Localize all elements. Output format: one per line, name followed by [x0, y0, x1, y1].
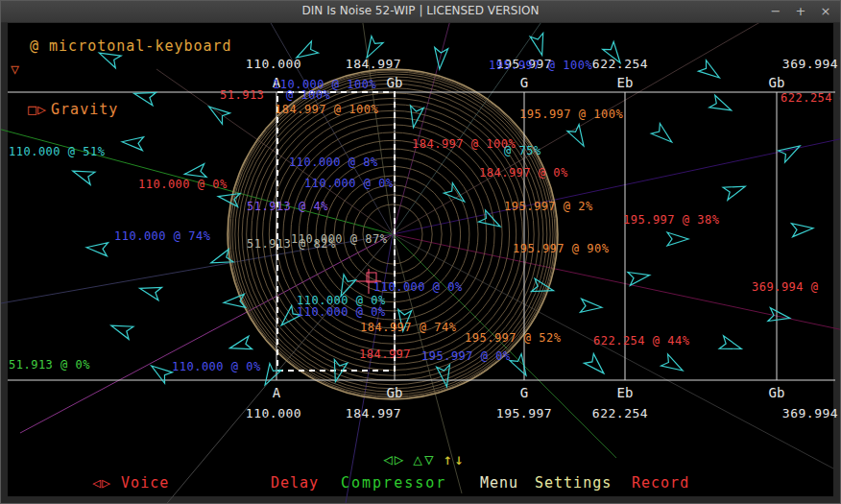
drone-label: 195.997 @ 38% — [623, 213, 719, 227]
drone-label: 195.997 @ 90% — [513, 242, 609, 255]
drone-label: 195.997 @ 100% — [489, 59, 592, 72]
drone-label: 622.254 @ 44% — [593, 334, 689, 348]
gravity-label: Gravity — [51, 101, 118, 118]
drone-label: 110.000 @ 74% — [114, 229, 210, 243]
drone-label: 110.000 @ 0% — [138, 178, 228, 191]
menu-item-compressor[interactable]: Compressor — [341, 474, 446, 492]
drone-label: 184.997 @ 74% — [360, 321, 456, 334]
note-label-top: Gb — [763, 75, 790, 90]
overlay-layer: @ microtonal-keyboard ▽ □▷Gravity ◁▷△▽↑↓… — [1, 1, 841, 504]
nav-symbols: ◁▷△▽↑↓ — [383, 450, 466, 468]
up-down-triangles-icon[interactable]: △▽ — [413, 450, 435, 468]
freq-label-top: 110.000 — [235, 57, 312, 71]
voice-label: Voice — [121, 474, 169, 492]
app-window: DIN Is Noise 52-WIP | LICENSED VERSION −… — [0, 0, 841, 504]
freq-label-bottom: 622.254 — [582, 406, 659, 420]
drone-label: @ 75% — [504, 144, 541, 157]
drone-label: 110.000 @ 0% — [297, 305, 386, 319]
drone-label: 184.997 @ 100% — [275, 103, 378, 116]
drone-label: @ 100% — [286, 88, 330, 102]
drone-label: 51.913 @ 4% — [247, 200, 328, 213]
menu-item-menu[interactable]: Menu — [480, 474, 518, 492]
note-label-bottom: Gb — [763, 385, 790, 400]
corner-triangle-icon[interactable]: ▽ — [11, 60, 19, 78]
freq-label-top: 369.994 — [772, 57, 841, 71]
note-label-bottom: A — [263, 385, 290, 400]
close-button[interactable]: × — [819, 4, 832, 18]
drone-label: 195.997 @ 100% — [519, 108, 623, 121]
drone-label: 51.913 — [220, 88, 264, 102]
window-title: DIN Is Noise 52-WIP | LICENSED VERSION — [1, 4, 840, 17]
drone-label: 51.913 @ 0% — [9, 358, 90, 372]
note-label-top: Eb — [612, 75, 638, 90]
gravity-button[interactable]: □▷Gravity — [28, 101, 118, 118]
left-right-triangles-icon[interactable]: ◁▷ — [383, 450, 405, 468]
drone-label: 195.997 @ 0% — [421, 349, 511, 363]
drone-label: 110.000 @ 51% — [9, 145, 105, 158]
note-label-bottom: Gb — [381, 385, 408, 400]
drone-label: 110.000 @ 87% — [291, 232, 387, 246]
freq-label-bottom: 369.994 — [772, 406, 841, 420]
drone-label: 110.000 @ 8% — [289, 156, 378, 169]
drone-label: 110.000 @ 0% — [373, 280, 463, 294]
freq-label-top: 184.997 — [335, 57, 412, 71]
menu-item-delay[interactable]: Delay — [271, 474, 319, 492]
menu-item-settings[interactable]: Settings — [535, 474, 612, 492]
titlebar: DIN Is Noise 52-WIP | LICENSED VERSION −… — [1, 1, 840, 23]
drone-label: 622.254 @ 100% — [781, 91, 841, 105]
freq-label-bottom: 184.997 — [335, 406, 412, 420]
drone-label: 195.997 @ 52% — [465, 331, 561, 345]
drone-label: 369.994 @ — [752, 280, 819, 294]
menu-item-record[interactable]: Record — [632, 474, 689, 492]
maximize-button[interactable]: + — [794, 4, 807, 18]
note-label-bottom: Eb — [612, 385, 638, 400]
note-label-top: Gb — [381, 75, 408, 90]
drone-label: 195.997 @ 2% — [504, 200, 593, 213]
freq-label-bottom: 110.000 — [235, 406, 312, 420]
drone-label: 184.997 @ 100% — [412, 137, 516, 151]
gravity-icons: □▷ — [28, 101, 47, 118]
freq-label-bottom: 195.997 — [486, 406, 563, 420]
note-label-top: G — [511, 75, 538, 90]
voice-arrows-icon: ◁▷ — [92, 474, 111, 492]
freq-label-top: 622.254 — [582, 57, 659, 71]
note-label-bottom: G — [511, 385, 538, 400]
minimize-button[interactable]: − — [769, 4, 782, 18]
drone-label: 184.997 @ 0% — [479, 166, 568, 180]
drone-label: 110.000 @ 0% — [172, 360, 261, 373]
drone-label: 110.000 @ 0% — [304, 177, 394, 190]
menu-item-voice[interactable]: ◁▷ Voice — [92, 474, 169, 492]
drone-label: 184.997 — [359, 348, 411, 361]
up-down-arrows-icon[interactable]: ↑↓ — [444, 450, 466, 468]
editor-title: @ microtonal-keyboard — [30, 37, 232, 55]
